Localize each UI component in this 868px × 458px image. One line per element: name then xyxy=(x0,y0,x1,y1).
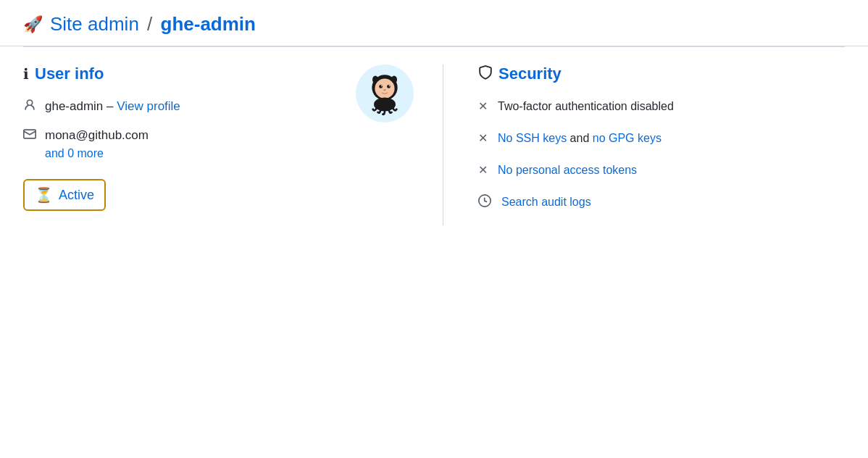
pat-row: ✕ No personal access tokens xyxy=(478,162,845,179)
audit-log-row: Search audit logs xyxy=(478,193,845,211)
search-audit-logs-text: Search audit logs xyxy=(501,193,591,211)
email-icon xyxy=(23,128,36,144)
security-panel: Security ✕ Two-factor authentication dis… xyxy=(443,64,845,225)
breadcrumb: Site admin / ghe-admin xyxy=(50,13,256,36)
svg-point-7 xyxy=(389,86,391,87)
username-value: ghe-admin xyxy=(45,99,103,113)
x-icon-ssh: ✕ xyxy=(478,131,488,145)
two-factor-text: Two-factor authentication disabled xyxy=(498,98,674,115)
svg-point-5 xyxy=(387,85,391,88)
content-area: ℹ User info xyxy=(0,47,868,243)
breadcrumb-separator: / xyxy=(147,13,157,35)
svg-point-9 xyxy=(374,97,396,111)
active-label: Active xyxy=(59,188,94,203)
avatar xyxy=(356,64,414,122)
ssh-gpg-text: No SSH keys and no GPG keys xyxy=(498,130,662,147)
security-header: Security xyxy=(478,64,845,83)
page-header: 🚀 Site admin / ghe-admin xyxy=(0,0,868,46)
hourglass-icon: ⏳ xyxy=(35,186,53,204)
svg-point-4 xyxy=(379,85,383,88)
avatar-image xyxy=(360,69,409,118)
no-personal-access-tokens-link[interactable]: No personal access tokens xyxy=(498,164,637,176)
no-ssh-keys-link[interactable]: No SSH keys xyxy=(498,132,567,144)
email-value: mona@github.com xyxy=(45,128,149,142)
ssh-gpg-row: ✕ No SSH keys and no GPG keys xyxy=(478,130,845,147)
shield-icon xyxy=(478,65,493,83)
security-title: Security xyxy=(498,64,562,83)
breadcrumb-site-admin[interactable]: Site admin xyxy=(50,13,139,35)
x-icon-2fa: ✕ xyxy=(478,99,488,113)
username-text: ghe-admin – View profile xyxy=(45,98,180,115)
active-badge[interactable]: ⏳ Active xyxy=(23,179,106,211)
svg-point-3 xyxy=(375,79,394,99)
breadcrumb-user: ghe-admin xyxy=(161,13,256,35)
info-circle-icon: ℹ xyxy=(23,65,29,83)
user-info-title: User info xyxy=(35,64,104,83)
view-profile-link[interactable]: View profile xyxy=(117,99,180,113)
pat-text: No personal access tokens xyxy=(498,162,637,179)
svg-point-6 xyxy=(381,86,383,87)
clock-icon xyxy=(478,194,491,211)
avatar-container xyxy=(356,64,414,122)
svg-point-8 xyxy=(383,89,385,91)
rocket-icon: 🚀 xyxy=(23,15,43,34)
search-audit-logs-link[interactable]: Search audit logs xyxy=(501,196,591,208)
email-text: mona@github.com and 0 more xyxy=(45,127,149,162)
person-icon xyxy=(23,99,36,115)
more-emails-link[interactable]: and 0 more xyxy=(45,146,149,162)
email-row: mona@github.com and 0 more xyxy=(23,127,414,162)
two-factor-row: ✕ Two-factor authentication disabled xyxy=(478,98,845,115)
no-gpg-keys-link[interactable]: no GPG keys xyxy=(593,132,662,144)
x-icon-pat: ✕ xyxy=(478,163,488,177)
user-info-panel: ℹ User info xyxy=(23,64,443,225)
username-dash: – xyxy=(107,99,117,113)
